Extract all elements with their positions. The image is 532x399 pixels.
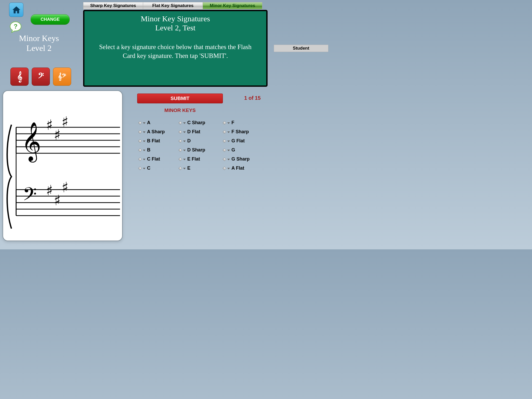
change-button[interactable]: CHANGE [31, 14, 70, 25]
diamond-icon [223, 139, 226, 143]
board-title-line1: Minor Key Signatures [92, 14, 258, 23]
key-option-label: D Flat [187, 129, 200, 135]
chevron-down-icon [143, 122, 145, 124]
key-option-g[interactable]: G [223, 147, 263, 153]
key-option-label: C Sharp [187, 120, 205, 125]
diamond-icon [178, 139, 182, 143]
diamond-icon [138, 148, 142, 152]
clef-treble-button[interactable]: 𝄞 [10, 68, 29, 86]
tab-sharp-keys[interactable]: Sharp Key Signatures [83, 2, 143, 9]
title-line1: Minor Keys [5, 33, 73, 43]
submit-button[interactable]: SUBMIT [137, 94, 223, 103]
svg-text:♯: ♯ [54, 192, 61, 208]
title-line2: Level 2 [5, 43, 73, 53]
key-option-b[interactable]: B [139, 147, 179, 153]
key-option-c-sharp[interactable]: C Sharp [179, 120, 223, 125]
treble-clef-icon: 𝄞 [17, 71, 22, 82]
tab-bar: Sharp Key Signatures Flat Key Signatures… [83, 2, 262, 9]
board-title-line2: Level 2, Test [92, 23, 258, 32]
key-option-g-sharp[interactable]: G Sharp [223, 156, 263, 162]
chevron-down-icon [143, 131, 145, 133]
board-instructions: Select a key signature choice below that… [92, 43, 258, 60]
chevron-down-icon [143, 150, 145, 151]
key-option-label: D [187, 138, 191, 144]
key-option-label: A Sharp [147, 129, 165, 135]
diamond-icon [223, 130, 226, 134]
key-option-f[interactable]: F [223, 120, 263, 125]
key-option-e[interactable]: E [179, 165, 223, 171]
diamond-icon [178, 166, 182, 170]
diamond-icon [138, 121, 142, 124]
chevron-down-icon [183, 131, 186, 133]
key-option-d-sharp[interactable]: D Sharp [179, 147, 223, 153]
key-option-label: F Sharp [231, 129, 249, 135]
diamond-icon [138, 157, 142, 161]
chevron-down-icon [143, 168, 145, 169]
tab-minor-keys[interactable]: Minor Key Signatures [203, 2, 262, 9]
chevron-down-icon [183, 141, 186, 142]
chevron-down-icon [227, 150, 230, 151]
section-title: MINOR KEYS [137, 108, 223, 113]
chevron-down-icon [227, 168, 230, 169]
key-option-b-flat[interactable]: B Flat [139, 138, 179, 144]
clef-selector: 𝄞 𝄢 𝄞𝄢 [10, 68, 71, 86]
key-option-label: B Flat [147, 138, 160, 144]
diamond-icon [223, 121, 226, 124]
chevron-down-icon [183, 150, 186, 151]
progress-counter: 1 of 15 [244, 95, 261, 101]
diamond-icon [178, 121, 182, 124]
diamond-icon [178, 157, 182, 161]
key-option-d-flat[interactable]: D Flat [179, 129, 223, 135]
help-icon: ? [9, 21, 22, 34]
clef-bass-button[interactable]: 𝄢 [32, 68, 50, 86]
key-option-a[interactable]: A [139, 120, 179, 125]
svg-text:♯: ♯ [62, 114, 69, 130]
flashcard: 𝄞 ♯ ♯ ♯ 𝄢 ♯ ♯ ♯ [3, 90, 123, 241]
page-title: Minor Keys Level 2 [5, 33, 73, 53]
diamond-icon [138, 139, 142, 143]
svg-text:?: ? [14, 23, 18, 30]
student-button[interactable]: Student [274, 45, 328, 52]
key-option-g-flat[interactable]: G Flat [223, 138, 263, 144]
clef-both-button[interactable]: 𝄞𝄢 [53, 68, 71, 86]
diamond-icon [178, 148, 182, 152]
key-option-c[interactable]: C [139, 165, 179, 171]
key-option-label: D Sharp [187, 147, 205, 153]
svg-text:♯: ♯ [46, 117, 53, 133]
diamond-icon [223, 157, 226, 161]
chevron-down-icon [143, 159, 145, 160]
chevron-down-icon [227, 131, 230, 133]
key-option-label: A [147, 120, 150, 125]
key-option-label: G Flat [231, 138, 245, 144]
key-option-label: B [147, 147, 150, 153]
chevron-down-icon [183, 122, 186, 124]
svg-text:♯: ♯ [62, 179, 69, 195]
staff-icon: 𝄞 ♯ ♯ ♯ 𝄢 ♯ ♯ ♯ [3, 91, 123, 241]
instruction-board: Minor Key Signatures Level 2, Test Selec… [83, 10, 268, 87]
svg-text:𝄞: 𝄞 [21, 122, 41, 163]
key-option-e-flat[interactable]: E Flat [179, 156, 223, 162]
board-title: Minor Key Signatures Level 2, Test [92, 14, 258, 32]
help-button[interactable]: ? [9, 21, 22, 34]
both-clef-icon: 𝄞𝄢 [58, 73, 66, 81]
svg-text:𝄢: 𝄢 [23, 184, 37, 209]
key-option-a-flat[interactable]: A Flat [223, 165, 263, 171]
bass-clef-icon: 𝄢 [38, 71, 44, 82]
key-option-d[interactable]: D [179, 138, 223, 144]
chevron-down-icon [227, 159, 230, 160]
diamond-icon [223, 148, 226, 152]
key-option-c-flat[interactable]: C Flat [139, 156, 179, 162]
home-button[interactable] [9, 3, 23, 17]
diamond-icon [178, 130, 182, 134]
key-option-f-sharp[interactable]: F Sharp [223, 129, 263, 135]
svg-text:♯: ♯ [46, 183, 53, 198]
diamond-icon [223, 166, 226, 170]
chevron-down-icon [227, 141, 230, 142]
diamond-icon [138, 130, 142, 134]
chevron-down-icon [227, 122, 230, 124]
tab-flat-keys[interactable]: Flat Key Signatures [143, 2, 203, 9]
key-option-label: G [231, 147, 235, 153]
chevron-down-icon [143, 141, 145, 142]
key-option-label: A Flat [231, 165, 244, 171]
key-option-a-sharp[interactable]: A Sharp [139, 129, 179, 135]
